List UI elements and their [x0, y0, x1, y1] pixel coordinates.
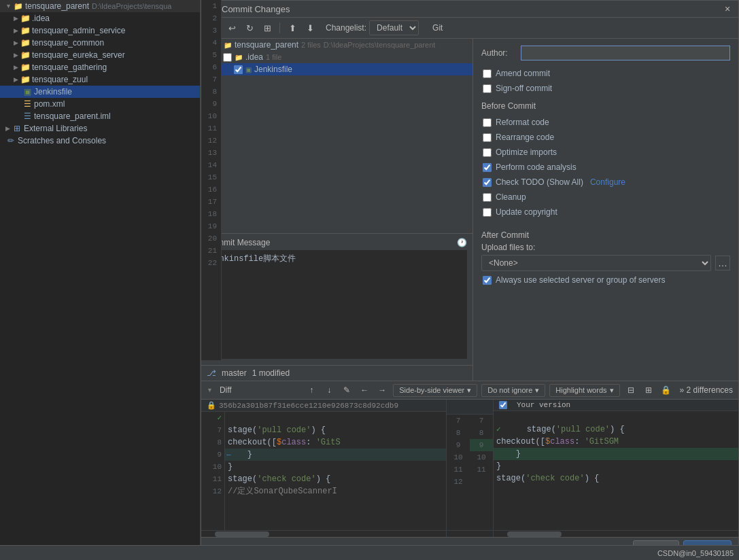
close-button[interactable]: ×	[722, 3, 733, 14]
upload-select[interactable]: <None>	[481, 255, 711, 271]
move-down-button[interactable]: ⬇	[303, 20, 317, 35]
scratches-icon: ✏	[5, 135, 16, 146]
dialog-body: ▼ 📁 tensquare_parent 2 files D:\IdeaProj…	[201, 39, 738, 381]
folder-icon: 📁	[13, 1, 24, 12]
copyright-checkbox[interactable]	[483, 208, 492, 217]
ft-root[interactable]: ▼ 📁 tensquare_parent 2 files D:\IdeaProj…	[201, 39, 472, 51]
optimize-checkbox[interactable]	[483, 148, 492, 157]
ft-idea-checkbox[interactable]	[223, 53, 232, 62]
diff-right-checkbox[interactable]	[499, 401, 507, 409]
todo-checkbox[interactable]	[483, 178, 492, 187]
diff-down-button[interactable]: ↓	[322, 383, 336, 397]
tree-zuul[interactable]: ▶ 📁 tensquare_zuul	[0, 73, 200, 86]
diff-edit-button[interactable]: ✎	[340, 383, 354, 397]
tree-pom[interactable]: ☰ pom.xml	[0, 98, 200, 110]
tree-scratches[interactable]: ✏ Scratches and Consoles	[0, 135, 200, 147]
tree-external[interactable]: ▶ ⊞ External Libraries	[0, 122, 200, 135]
cleanup-checkbox[interactable]	[483, 193, 492, 202]
gathering-label: tensquare_gathering	[32, 63, 107, 72]
right-line-11: stage('check code') {	[494, 472, 738, 485]
line-num-19: 19	[201, 220, 217, 232]
diff-right-button[interactable]: →	[375, 383, 389, 397]
file-tree-area[interactable]: ▼ 📁 tensquare_parent 2 files D:\IdeaProj…	[201, 39, 472, 233]
upload-label: Upload files to:	[481, 243, 730, 252]
line-num-16: 16	[201, 183, 217, 196]
optimize-label: Optimize imports	[496, 147, 557, 157]
tree-root[interactable]: ▼ 📁 tensquare_parent D:\IdeaProjects\ten…	[0, 0, 200, 12]
right-line-7: ✓ stage('pull code') {	[494, 423, 738, 436]
upload-row: <None> …	[481, 255, 730, 271]
highlight-words-button[interactable]: Highlight words ▾	[549, 384, 619, 397]
layout-button[interactable]: ⊞	[260, 20, 275, 35]
diff-title[interactable]: Diff	[220, 385, 232, 395]
commit-message-area: Commit Message 🕐 Jenkinsfile脚本文件	[201, 233, 472, 365]
left-linenum-16: 7	[201, 424, 224, 436]
tree-gathering[interactable]: ▶ 📁 tensquare_gathering	[0, 61, 200, 73]
ft-jenkinsfile[interactable]: ▣ Jenkinsfile	[201, 63, 472, 75]
refresh-left-button[interactable]: ↩	[224, 20, 239, 35]
line-num-8: 8	[201, 86, 217, 98]
side-by-side-button[interactable]: Side-by-side viewer ▾	[393, 384, 477, 397]
ft-root-info: 2 files	[301, 41, 321, 49]
do-not-ignore-button[interactable]: Do not ignore ▾	[481, 384, 545, 397]
left-linenum-20: 11	[201, 473, 224, 485]
amend-row: Amend commit	[483, 69, 730, 78]
tree-common[interactable]: ▶ 📁 tensquare_common	[0, 37, 200, 49]
diff-lock-button[interactable]: 🔒	[659, 383, 673, 397]
line-num-10: 10	[201, 110, 217, 122]
common-folder-icon: 📁	[20, 37, 31, 48]
diff-viewer: 🔒 356b2a301b87f31e6cce1210e926873c8d92cd…	[201, 400, 738, 537]
left-line-7: stage('pull code') {	[225, 424, 446, 436]
amend-checkbox[interactable]	[483, 69, 492, 78]
diff-left-panel[interactable]: 🔒 356b2a301b87f31e6cce1210e926873c8d92cd…	[201, 400, 446, 537]
diff-left-button[interactable]: ←	[358, 383, 371, 397]
ft-root-icon: 📁	[224, 41, 232, 49]
commit-message-input[interactable]: Jenkinsfile脚本文件	[207, 250, 467, 359]
todo-row: Check TODO (Show All) Configure	[483, 177, 730, 187]
commit-message-header: Commit Message 🕐	[207, 238, 467, 247]
refresh-right-button[interactable]: ↻	[242, 20, 257, 35]
eureka-folder-icon: 📁	[20, 50, 31, 60]
move-up-button[interactable]: ⬆	[285, 20, 300, 35]
diff-right-header: Your version	[494, 400, 738, 411]
line-num-14: 14	[201, 159, 217, 171]
branch-icon: ⎇	[207, 368, 216, 378]
tree-jenkinsfile[interactable]: ▣ Jenkinsfile	[0, 86, 200, 98]
ft-jenkinsfile-checkbox[interactable]	[234, 65, 243, 74]
diff-collapse-arrow[interactable]: ▼	[207, 387, 213, 393]
line-num-21: 21	[201, 245, 217, 257]
rearrange-row: Rearrange code	[483, 133, 730, 142]
line-num-2: 2	[201, 12, 217, 24]
branch-name: master	[222, 368, 247, 378]
line-num-3: 3	[201, 24, 217, 37]
tree-iml[interactable]: ☰ tensquare_parent.iml	[0, 110, 200, 122]
status-text: CSDN@in0_59430185	[657, 549, 734, 557]
upload-browse-button[interactable]: …	[715, 256, 730, 270]
line-num-5: 5	[201, 49, 217, 61]
left-line-10: }	[225, 461, 446, 473]
tree-admin[interactable]: ▶ 📁 tensquare_admin_service	[0, 24, 200, 37]
perform-checkbox[interactable]	[483, 163, 492, 172]
always-use-row: Always use selected server or group of s…	[483, 275, 730, 285]
tree-idea[interactable]: ▶ 📁 .idea	[0, 12, 200, 24]
signoff-checkbox[interactable]	[483, 84, 492, 93]
reformat-checkbox[interactable]	[483, 118, 492, 127]
clock-icon[interactable]: 🕐	[457, 238, 467, 247]
always-use-checkbox[interactable]	[483, 276, 492, 285]
changelist-select[interactable]: Default	[369, 20, 419, 35]
external-arrow: ▶	[5, 125, 10, 132]
files-section: ▼ 📁 tensquare_parent 2 files D:\IdeaProj…	[201, 39, 473, 381]
rearrange-checkbox[interactable]	[483, 133, 492, 142]
configure-link[interactable]: Configure	[590, 177, 625, 187]
left-line-9: — }	[225, 449, 446, 461]
diff-up-button[interactable]: ↑	[305, 383, 318, 397]
diff-settings-button[interactable]: ⊟	[624, 383, 638, 397]
author-input[interactable]	[521, 46, 730, 60]
diff-hash: 356b2a301b87f31e6cce1210e926873c8d92cdb9	[219, 402, 398, 410]
common-arrow: ▶	[14, 39, 18, 46]
tree-eureka[interactable]: ▶ 📁 tensquare_eureka_server	[0, 49, 200, 61]
ft-root-label: tensquare_parent	[235, 40, 298, 50]
diff-right-panel[interactable]: Your version ✓ stage('pull code') { chec…	[494, 400, 738, 537]
ft-idea[interactable]: ▶ 📁 .idea 1 file	[201, 51, 472, 63]
diff-split-button[interactable]: ⊞	[642, 383, 655, 397]
